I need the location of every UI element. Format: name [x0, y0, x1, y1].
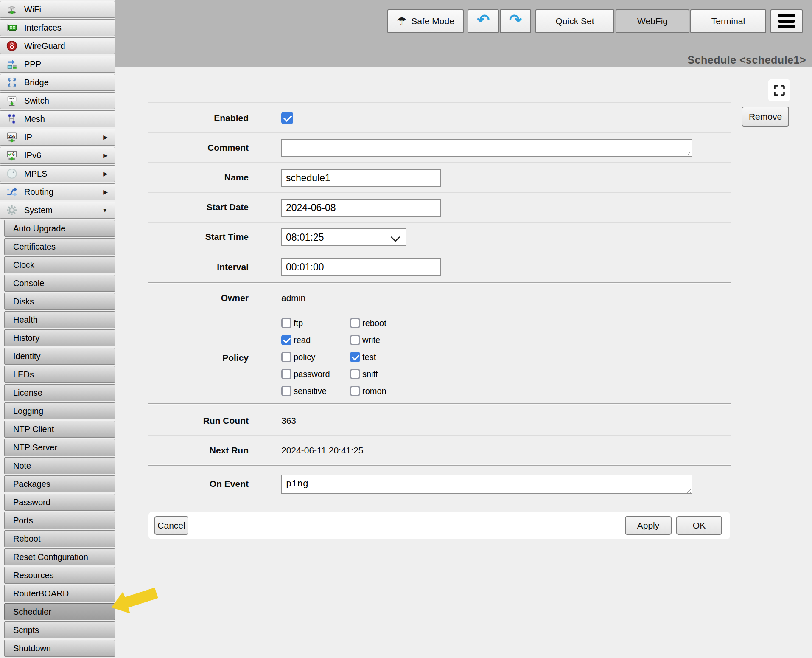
sidebar-item-label: Auto Upgrade — [13, 224, 65, 233]
pointer-arrow — [108, 582, 160, 619]
sidebar-item-note[interactable]: Note — [4, 457, 115, 474]
row-separator — [148, 102, 731, 103]
policy-option-label: sensitive — [294, 386, 327, 396]
sidebar-item-ppp[interactable]: PPP — [0, 56, 115, 73]
chevron-right-icon: ▶ — [103, 188, 108, 195]
sidebar-item-password[interactable]: Password — [4, 494, 115, 511]
policy-checkbox-sniff[interactable] — [350, 369, 360, 379]
sidebar-item-label: Password — [13, 498, 50, 507]
policy-checkbox-write[interactable] — [350, 335, 360, 345]
sidebar-item-wireguard[interactable]: WireGuard — [0, 37, 115, 54]
name-input[interactable] — [281, 169, 441, 187]
on-event-input[interactable]: ping — [281, 475, 692, 494]
fullscreen-button[interactable] — [768, 79, 790, 101]
row-separator — [148, 192, 731, 193]
sidebar-item-routing[interactable]: Routing▶ — [0, 183, 115, 200]
ip-icon: 255 — [6, 131, 18, 143]
policy-checkbox-policy[interactable] — [281, 352, 291, 362]
terminal-label: Terminal — [711, 16, 745, 26]
sidebar-item-bridge[interactable]: Bridge — [0, 74, 115, 91]
sidebar-item-shutdown[interactable]: Shutdown — [4, 640, 115, 657]
sidebar-item-health[interactable]: Health — [4, 311, 115, 328]
switch-icon — [6, 94, 18, 107]
safe-mode-button[interactable]: ☂ Safe Mode — [387, 9, 464, 33]
sidebar-item-ntp-server[interactable]: NTP Server — [4, 439, 115, 456]
undo-button[interactable]: ↶ — [468, 9, 499, 33]
enabled-checkbox[interactable] — [281, 112, 293, 124]
sidebar-item-label: LEDs — [13, 370, 34, 380]
sidebar-item-leds[interactable]: LEDs — [4, 366, 115, 383]
policy-checkbox-read[interactable] — [281, 335, 291, 345]
sidebar-item-identity[interactable]: Identity — [4, 348, 115, 365]
redo-icon: ↷ — [509, 12, 522, 28]
sidebar-item-label: NTP Server — [13, 443, 57, 453]
policy-checkbox-ftp[interactable] — [281, 318, 291, 328]
sidebar-item-ntp-client[interactable]: NTP Client — [4, 421, 115, 438]
sidebar-item-ip[interactable]: 255IP▶ — [0, 129, 115, 146]
sidebar-item-license[interactable]: License — [4, 384, 115, 401]
menu-button[interactable] — [770, 9, 803, 33]
owner-label: Owner — [148, 293, 249, 303]
policy-checkbox-reboot[interactable] — [350, 318, 360, 328]
sidebar-item-console[interactable]: Console — [4, 275, 115, 292]
remove-button[interactable]: Remove — [742, 107, 789, 127]
policy-checkbox-password[interactable] — [281, 369, 291, 379]
policy-checkbox-romon[interactable] — [350, 386, 360, 396]
sidebar-item-resources[interactable]: Resources — [4, 567, 115, 584]
sidebar-item-label: PPP — [24, 59, 41, 69]
next-run-label: Next Run — [148, 445, 249, 456]
start-date-input[interactable] — [281, 199, 441, 217]
sidebar-item-label: Scheduler — [13, 607, 51, 617]
sidebar-item-clock[interactable]: Clock — [4, 256, 115, 273]
ok-button[interactable]: OK — [676, 516, 722, 535]
sidebar-item-scheduler[interactable]: Scheduler — [4, 603, 115, 620]
comment-input[interactable] — [281, 139, 692, 157]
sidebar-item-certificates[interactable]: Certificates — [4, 238, 115, 255]
svg-text:255: 255 — [8, 134, 16, 138]
policy-option-policy: policy — [281, 352, 350, 362]
owner-value: admin — [281, 293, 305, 303]
bridge-icon — [6, 76, 18, 89]
chevron-right-icon: ▶ — [103, 152, 108, 159]
policy-checkbox-sensitive[interactable] — [281, 386, 291, 396]
sidebar-item-scripts[interactable]: Scripts — [4, 621, 115, 638]
sidebar-item-ipv6[interactable]: 6IPv6▶ — [0, 147, 115, 164]
row-separator — [148, 162, 731, 163]
start-time-select[interactable]: 08:01:25 — [281, 228, 406, 246]
sidebar-item-interfaces[interactable]: Interfaces — [0, 19, 115, 36]
chevron-down-icon: ▼ — [102, 207, 108, 214]
apply-button[interactable]: Apply — [625, 516, 672, 535]
policy-option-label: reboot — [362, 318, 386, 328]
cancel-button[interactable]: Cancel — [154, 516, 188, 535]
sidebar-item-mpls[interactable]: MPLS▶ — [0, 165, 115, 182]
sidebar-item-switch[interactable]: Switch — [0, 92, 115, 109]
sidebar-item-label: History — [13, 333, 39, 343]
webfig-tab[interactable]: WebFig — [616, 9, 689, 33]
ipv6-icon: 6 — [6, 149, 18, 162]
sidebar-item-history[interactable]: History — [4, 329, 115, 346]
sidebar-item-mesh[interactable]: Mesh — [0, 110, 115, 127]
policy-option-romon: romon — [350, 386, 386, 396]
chevron-down-icon — [391, 233, 400, 242]
policy-option-write: write — [350, 335, 380, 345]
sidebar-item-label: Console — [13, 278, 44, 288]
redo-button[interactable]: ↷ — [500, 9, 531, 33]
sidebar-item-label: WireGuard — [24, 41, 65, 51]
row-separator — [148, 222, 731, 223]
sidebar-item-logging[interactable]: Logging — [4, 402, 115, 419]
sidebar-item-system[interactable]: System▼ — [0, 202, 115, 219]
sidebar-item-reset-configuration[interactable]: Reset Configuration — [4, 548, 115, 565]
sidebar-item-routerboard[interactable]: RouterBOARD — [4, 585, 115, 602]
group-separator — [148, 403, 731, 405]
sidebar-item-ports[interactable]: Ports — [4, 512, 115, 529]
sidebar-item-reboot[interactable]: Reboot — [4, 530, 115, 547]
terminal-tab[interactable]: Terminal — [690, 9, 766, 33]
policy-checkbox-test[interactable] — [350, 352, 360, 362]
sidebar-item-disks[interactable]: Disks — [4, 293, 115, 310]
sidebar-item-packages[interactable]: Packages — [4, 475, 115, 492]
sidebar-item-label: License — [13, 388, 42, 398]
quick-set-tab[interactable]: Quick Set — [535, 9, 614, 33]
sidebar-item-wifi[interactable]: WiFi — [0, 1, 115, 18]
interval-input[interactable] — [281, 258, 441, 276]
sidebar-item-auto-upgrade[interactable]: Auto Upgrade — [4, 220, 115, 237]
